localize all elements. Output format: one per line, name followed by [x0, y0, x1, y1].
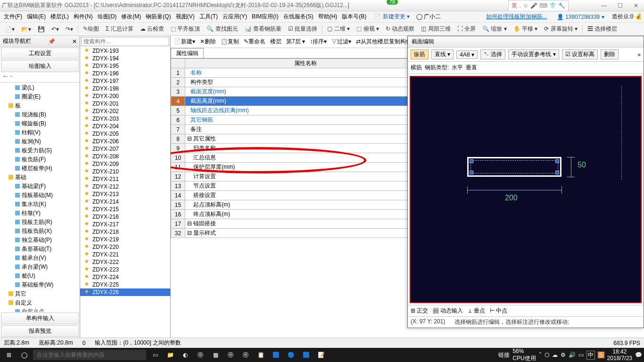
list-item[interactable]: ZDYX-217 [80, 221, 170, 228]
start-button[interactable]: ⊞ [2, 349, 16, 361]
list-item[interactable]: ZDYX-203 [80, 115, 170, 123]
new-icon[interactable]: 📄▾ [3, 25, 17, 33]
heng-button[interactable]: 横筋 [411, 64, 422, 72]
taskview-icon[interactable]: ▭ [148, 349, 162, 361]
tree-node[interactable]: 板受力筋(S) [1, 146, 79, 155]
list-item[interactable]: ZDYX-200 [80, 92, 170, 100]
tree-node[interactable]: 条形基础(T) [1, 245, 79, 254]
list-item[interactable]: ZDYX-213 [80, 190, 170, 198]
tree-node[interactable]: 自定义点 [1, 307, 79, 312]
tree-node[interactable]: 螺旋板(B) [1, 119, 79, 128]
tree-node[interactable]: 基础板带(W) [1, 280, 79, 289]
app-icon[interactable]: 🔵 [284, 349, 298, 361]
app-icon[interactable]: 📁 [163, 349, 177, 361]
menu-online[interactable]: 在线服务(S) [281, 12, 315, 22]
tree-node[interactable]: 桩(U) [1, 272, 79, 280]
menu-bim[interactable]: BIM应用(I) [250, 12, 281, 22]
app-icon[interactable]: ▦ [208, 349, 223, 361]
dyn-input-button[interactable]: ▦ 动态输入 [433, 307, 462, 315]
delete-button[interactable]: ✕删除 [198, 37, 217, 46]
tree-node[interactable]: 桩承台(V) [1, 254, 79, 263]
tray-icon[interactable]: ⚙ [561, 352, 566, 358]
tray-icon[interactable]: ▭ [578, 352, 584, 358]
zoom-button[interactable]: 🔍 缩放 ▾ [480, 24, 509, 34]
tree-node[interactable]: 筏板基础(M) [1, 191, 79, 200]
2d-dropdown[interactable]: ▢ 二维 ▾ [325, 24, 352, 34]
list-item[interactable]: ZDYX-220 [80, 243, 170, 251]
tree-node[interactable]: 基础梁(F) [1, 182, 79, 191]
menu-component[interactable]: 构件(N) [72, 12, 95, 22]
new-button[interactable]: 📄新建▾ [173, 37, 197, 46]
ime-indicator[interactable]: 中 [586, 351, 595, 360]
cloud-check-button[interactable]: ☁ 云检查 [138, 24, 166, 34]
line-dropdown[interactable]: 直线 ▾ [431, 49, 454, 59]
panel-close-icon[interactable]: ✕ [72, 38, 77, 45]
menu-floor[interactable]: 楼层(L) [49, 12, 71, 22]
undo-icon[interactable]: ↶▾ [50, 25, 61, 33]
property-edit-tab[interactable]: 属性编辑 [171, 48, 204, 58]
section-single-input[interactable]: 单构件输入 [1, 313, 79, 324]
list-item[interactable]: ZDYX-197 [80, 77, 170, 85]
cortana-icon[interactable]: ◯ [17, 349, 31, 361]
list-item[interactable]: ZDYX-202 [80, 107, 170, 115]
tree-node[interactable]: 现浇板(B) [1, 110, 79, 119]
tree-node[interactable]: 板负筋(F) [1, 155, 79, 164]
list-item[interactable]: ZDYX-209 [80, 160, 170, 168]
menu-edit[interactable]: 编辑(E) [25, 12, 48, 22]
component-list[interactable]: ZDYX-193ZDYX-194ZDYX-195ZDYX-196ZDYX-197… [80, 47, 170, 337]
draw-button[interactable]: ✎绘图 [81, 24, 101, 34]
section-canvas[interactable]: 200 50 [410, 76, 642, 303]
list-item[interactable]: ZDYX-210 [80, 168, 170, 175]
sort-button[interactable]: ↕排序▾ [308, 37, 328, 46]
tree-node[interactable]: 楼层板带(H) [1, 164, 79, 173]
list-item[interactable]: ZDYX-224 [80, 273, 170, 281]
nav-tree[interactable]: 梁(L)圈梁(E)板现浇板(B)螺旋板(B)柱帽(V)板洞(N)板受力筋(S)板… [0, 82, 80, 312]
view-rebar-button[interactable]: 📊 查看钢筋量 [243, 24, 283, 34]
tree-node[interactable]: 集水坑(K) [1, 200, 79, 209]
menu-view[interactable]: 视图(V) [174, 12, 197, 22]
list-item[interactable]: ZDYX-219 [80, 236, 170, 243]
open-icon[interactable]: 📂▾ [19, 25, 33, 33]
app-icon[interactable]: 🟦 [299, 349, 313, 361]
menu-modify[interactable]: 修改(M) [119, 12, 143, 22]
list-item[interactable]: ZDYX-193 [80, 47, 170, 55]
tree-node[interactable]: 承台梁(W) [1, 263, 79, 272]
notification-icon[interactable]: 💬 [635, 352, 642, 358]
fullscreen-button[interactable]: ⛶ 全屏 [455, 24, 478, 34]
edge-icon[interactable]: ⓔ [193, 349, 207, 361]
find-element-button[interactable]: 🔍 查找图元 [205, 24, 239, 34]
app-icon[interactable]: 🟦 [269, 349, 283, 361]
tree-node[interactable]: 梁(L) [1, 83, 79, 92]
tree-node[interactable]: 板洞(N) [1, 137, 79, 146]
top-view-button[interactable]: ⬚ 俯视 ▾ [355, 24, 381, 34]
list-item[interactable]: ZDYX-225 [80, 281, 170, 288]
taskbar-search[interactable] [33, 350, 146, 360]
redo-icon[interactable]: ↷▾ [64, 25, 75, 33]
select-floor-button[interactable]: ☰ 选择楼层 [586, 24, 619, 34]
list-item[interactable]: ZDYX-205 [80, 130, 170, 138]
list-item[interactable]: ZDYX-196 [80, 70, 170, 77]
menu-draw[interactable]: 绘图(D) [96, 12, 119, 22]
new-change-button[interactable]: 📄 新建变更 ▾ [372, 12, 412, 22]
list-item[interactable]: ZDYX-216 [80, 213, 170, 221]
app-icon[interactable]: ◐ [178, 349, 192, 361]
filter-button[interactable]: ▽过滤▾ [330, 37, 353, 46]
tree-node[interactable]: 其它 [1, 289, 79, 298]
menu-file[interactable]: 文件(F) [2, 12, 24, 22]
tray-icon[interactable]: ☁ [552, 352, 558, 358]
tree-node[interactable]: 自定义 [1, 298, 79, 307]
user-label[interactable]: ◯ 广小二 [414, 12, 443, 22]
list-item[interactable]: ZDYX-198 [80, 85, 170, 92]
floor-dropdown[interactable]: 第7层 ▾ [285, 37, 306, 46]
horizontal-button[interactable]: 水平 [452, 64, 463, 72]
close-button[interactable]: ✕ [630, 2, 642, 9]
clock[interactable]: 18:422018/7/23 [607, 348, 632, 362]
minimize-button[interactable]: — [598, 2, 610, 9]
list-item[interactable]: ZDYX-208 [80, 153, 170, 160]
list-item[interactable]: ZDYX-206 [80, 138, 170, 145]
tray-icon[interactable]: ⬡ [545, 352, 549, 358]
pin-icon[interactable]: 📌 [48, 38, 55, 45]
copy-button[interactable]: 📋复制 [219, 37, 240, 46]
app-icon[interactable]: 📋 [254, 349, 268, 361]
tree-node[interactable]: 筏板负筋(X) [1, 227, 79, 236]
